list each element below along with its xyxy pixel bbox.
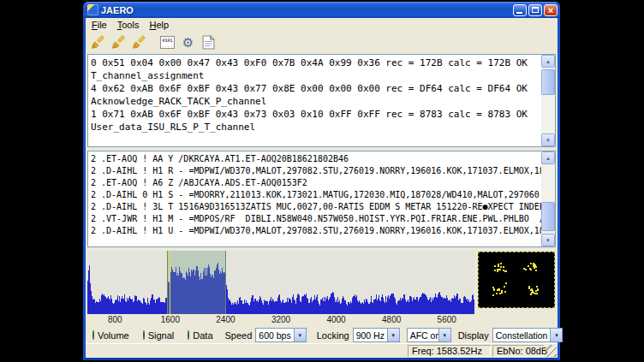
scrollbar-thumb[interactable]: [541, 69, 555, 95]
window-title: JAERO: [101, 5, 513, 15]
chevron-down-icon: ▼: [294, 329, 306, 341]
data-label: Data: [193, 330, 212, 341]
message-console-scrollbar[interactable]: ▲ ▼: [541, 151, 555, 246]
scroll-down-button[interactable]: ▼: [541, 134, 555, 146]
minimize-icon: [516, 12, 522, 14]
scroll-up-button[interactable]: ▲: [541, 55, 555, 68]
signal-label: Signal: [148, 330, 175, 341]
scroll-up-button[interactable]: ▲: [541, 151, 555, 164]
close-icon: ×: [548, 5, 553, 15]
locking-label: Locking: [317, 330, 349, 341]
chevron-down-icon: ▼: [550, 329, 562, 341]
data-led: [188, 330, 189, 340]
hex-console-line: T_channel_assignment: [91, 69, 539, 82]
status-freq: Freq: 1583.52Hz: [408, 345, 491, 357]
hex-console-scrollbar[interactable]: ▲ ▼: [541, 55, 555, 146]
data-bits-window-button[interactable]: 0101 ....: [158, 33, 176, 51]
status-bar: Freq: 1583.52Hz EbNo: 08dB: [86, 343, 558, 358]
toolbar: 0101 .... ⚙: [86, 32, 558, 53]
menubar: File Tools Help: [86, 18, 558, 32]
axis-tick-label: 800: [108, 315, 122, 324]
chevron-down-icon: ▼: [387, 329, 399, 341]
axis-tick-label: 3200: [271, 315, 290, 324]
status-ebno: EbNo: 08dB: [492, 345, 544, 357]
jaero-window: JAERO × File Tools Help: [83, 2, 560, 360]
speed-label: Speed: [225, 330, 253, 341]
maximize-icon: [532, 7, 539, 13]
document-icon: [202, 35, 215, 50]
volume-label: Volume: [98, 330, 129, 341]
arrow-down-icon: ▼: [546, 138, 551, 143]
menu-help[interactable]: Help: [144, 19, 174, 31]
controls-row: Volume Signal Data Speed 600 bps ▼ Locki…: [87, 327, 556, 343]
scrollbar-track[interactable]: [541, 164, 555, 234]
menu-file[interactable]: File: [86, 19, 112, 31]
resize-grip[interactable]: [546, 345, 557, 357]
status-spacer: [87, 345, 406, 357]
speed-select[interactable]: 600 bps ▼: [255, 328, 306, 342]
desktop-background: JAERO × File Tools Help: [0, 0, 644, 362]
hex-console-line: 4 0x62 0xAB 0x6F 0xBF 0x43 0x77 0x8E 0x0…: [91, 82, 539, 95]
axis-tick-label: 5600: [438, 315, 456, 324]
axis-tick-label: 4000: [326, 315, 345, 324]
afc-select[interactable]: AFC on ▼: [407, 328, 451, 342]
scrollbar-track[interactable]: [541, 68, 555, 134]
broom-icon: [132, 35, 146, 50]
message-console-line: 2 .ET-AOQ ! A6 Z /ABJCAYA.ADS.ET-AOQ0153…: [91, 177, 539, 189]
gear-icon: ⚙: [182, 36, 194, 49]
arrow-up-icon: ▲: [546, 59, 551, 64]
hex-console-line: 1 0x71 0xAB 0x6F 0xBF 0x43 0x73 0x03 0x1…: [91, 108, 539, 121]
hex-console-line: Acknowledge_RACK_TACK_P_channel: [91, 95, 539, 108]
minimize-button[interactable]: [513, 4, 527, 16]
app-icon: [87, 4, 98, 15]
clear-hex-console-button[interactable]: [89, 33, 107, 51]
constellation-canvas: [480, 253, 553, 306]
binary-icon: 0101 ....: [160, 36, 175, 49]
spectrum-display[interactable]: 800 1600 2400 3200 4000 4800 5600: [87, 251, 474, 326]
hex-console-pane: 0 0x51 0x04 0x00 0x47 0x43 0xF0 0x7B 0x4…: [87, 54, 556, 147]
menu-tools[interactable]: Tools: [112, 19, 145, 31]
message-console-pane: 2 .ET-AOQ ! AA Y /DKRCAYA.AT1.ET-AOQ20B1…: [87, 151, 556, 247]
message-console-line: 2 .VT-JWR ! H1 M - =MDPOS/RF DIBLI.N58W0…: [91, 213, 539, 225]
chevron-down-icon: ▼: [438, 329, 450, 341]
maximize-button[interactable]: [528, 4, 542, 16]
settings-button[interactable]: ⚙: [179, 33, 197, 51]
log-file-button[interactable]: [200, 33, 218, 51]
volume-led: [92, 330, 94, 340]
message-console-line: 2 .D-AIHL ! H1 R - =MDPWI/WD370,MALOT,29…: [91, 165, 539, 177]
close-button[interactable]: ×: [544, 4, 558, 16]
axis-tick-label: 4800: [382, 315, 401, 324]
display-label: Display: [458, 330, 489, 341]
axis-tick-label: 1600: [161, 315, 180, 324]
message-console[interactable]: 2 .ET-AOQ ! AA Y /DKRCAYA.AT1.ET-AOQ20B1…: [88, 151, 541, 246]
display-select[interactable]: Constellation ▼: [492, 328, 564, 342]
clear-planes-button[interactable]: [130, 33, 148, 51]
arrow-up-icon: ▲: [546, 156, 551, 161]
clear-message-console-button[interactable]: [110, 33, 128, 51]
arrow-down-icon: ▼: [546, 238, 551, 243]
scrollbar-thumb[interactable]: [541, 202, 555, 231]
hex-console-line: 0 0x51 0x04 0x00 0x47 0x43 0xF0 0x7B 0x4…: [91, 56, 539, 69]
message-console-line: 2 .ET-AOQ ! AA Y /DKRCAYA.AT1.ET-AOQ20B1…: [91, 153, 539, 165]
scroll-down-button[interactable]: ▼: [541, 234, 555, 246]
signal-led: [143, 330, 145, 340]
titlebar[interactable]: JAERO ×: [83, 2, 560, 18]
spectrum-axis: 800 1600 2400 3200 4000 4800 5600: [87, 314, 474, 326]
axis-tick-label: 2400: [216, 315, 235, 324]
locking-select[interactable]: 900 Hz ▼: [353, 328, 400, 342]
hex-console[interactable]: 0 0x51 0x04 0x00 0x47 0x43 0xF0 0x7B 0x4…: [88, 55, 541, 146]
message-console-line: 2 .D-AIHL 0 H1 S - =MDORRY,211013.KOK,17…: [91, 189, 539, 201]
message-console-line: 2 .D-AIHL ! H1 U - =MDPWI/WD370,MALOT,29…: [91, 225, 539, 237]
broom-icon: [91, 35, 105, 50]
broom-icon: [111, 35, 126, 50]
constellation-display: [478, 252, 555, 308]
hex-console-line: User_data_ISU_RLS_P_T_channel: [91, 121, 539, 134]
message-console-line: 2 .D-AIHL ! 3L T 1516A9D316513ZATIS MUC,…: [91, 201, 539, 213]
spectrum-canvas[interactable]: [87, 251, 474, 314]
